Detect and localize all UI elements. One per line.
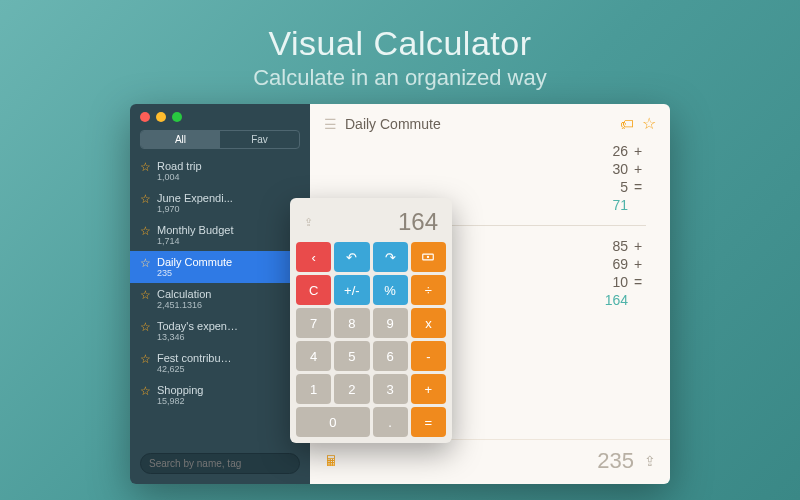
star-icon[interactable]: ☆ <box>140 256 151 270</box>
list-item[interactable]: ☆Fest contribu…42,625 <box>130 347 310 379</box>
tape-row: 26+ <box>450 143 646 159</box>
tape-row: 69+ <box>450 256 646 272</box>
key-1[interactable]: 1 <box>296 374 331 404</box>
key-dot[interactable]: . <box>373 407 408 437</box>
list-item[interactable]: ☆Daily Commute235 <box>130 251 310 283</box>
list-item-name: June Expendi... <box>157 192 300 204</box>
tape-number: 69 <box>588 256 628 272</box>
equals-button[interactable]: = <box>411 407 446 437</box>
hero-subtitle: Calculate in an organized way <box>0 65 800 91</box>
calculator-popout[interactable]: ⇪ 164 ‹ ↶ ↷ C +/- % ÷ 7 8 9 x 4 5 6 - 1 … <box>290 198 452 443</box>
cash-button[interactable] <box>411 242 446 272</box>
cash-icon <box>421 250 435 264</box>
tape-row: 5= <box>450 179 646 195</box>
tape-number: 30 <box>588 161 628 177</box>
back-button[interactable]: ‹ <box>296 242 331 272</box>
document-icon: ☰ <box>324 116 337 132</box>
list-item-value: 1,970 <box>157 204 300 214</box>
tape-operator: + <box>634 238 646 254</box>
key-0[interactable]: 0 <box>296 407 370 437</box>
list-item-value: 15,982 <box>157 396 300 406</box>
key-3[interactable]: 3 <box>373 374 408 404</box>
tape-operator: + <box>634 256 646 272</box>
page-title: Daily Commute <box>345 116 612 132</box>
list-item-name: Fest contribu… <box>157 352 300 364</box>
document-list: ☆Road trip1,004 ☆June Expendi...1,970 ☆M… <box>130 155 310 447</box>
list-item[interactable]: ☆June Expendi...1,970 <box>130 187 310 219</box>
segmented-control: All Fav <box>140 130 300 149</box>
redo-button[interactable]: ↷ <box>373 242 408 272</box>
star-icon[interactable]: ☆ <box>140 192 151 206</box>
minimize-icon[interactable] <box>156 112 166 122</box>
keypad: ‹ ↶ ↷ C +/- % ÷ 7 8 9 x 4 5 6 - 1 2 3 + … <box>296 242 446 437</box>
svg-point-1 <box>427 256 429 258</box>
tape-row: 10= <box>450 274 646 290</box>
star-icon[interactable]: ☆ <box>140 352 151 366</box>
list-item-value: 1,004 <box>157 172 300 182</box>
tape-number: 26 <box>588 143 628 159</box>
list-item-name: Shopping <box>157 384 300 396</box>
search-container <box>140 453 300 474</box>
key-2[interactable]: 2 <box>334 374 369 404</box>
tape-number: 10 <box>588 274 628 290</box>
list-item-name: Today's expen… <box>157 320 300 332</box>
list-item[interactable]: ☆Today's expen…13,346 <box>130 315 310 347</box>
star-icon[interactable]: ☆ <box>140 224 151 238</box>
list-item-value: 1,714 <box>157 236 300 246</box>
tag-icon[interactable]: 🏷 <box>620 116 634 132</box>
search-input[interactable] <box>140 453 300 474</box>
sign-button[interactable]: +/- <box>334 275 369 305</box>
tape-operator: + <box>634 161 646 177</box>
tape-row: 30+ <box>450 161 646 177</box>
display-value: 164 <box>398 208 438 235</box>
list-item[interactable]: ☆Calculation2,451.1316 <box>130 283 310 315</box>
tab-all[interactable]: All <box>141 131 220 148</box>
share-icon[interactable]: ⇪ <box>644 453 656 469</box>
multiply-button[interactable]: x <box>411 308 446 338</box>
key-9[interactable]: 9 <box>373 308 408 338</box>
tab-fav[interactable]: Fav <box>220 131 299 148</box>
list-item-value: 13,346 <box>157 332 300 342</box>
key-7[interactable]: 7 <box>296 308 331 338</box>
list-item[interactable]: ☆Road trip1,004 <box>130 155 310 187</box>
divide-button[interactable]: ÷ <box>411 275 446 305</box>
tape-number: 5 <box>588 179 628 195</box>
clear-button[interactable]: C <box>296 275 331 305</box>
favorite-icon[interactable]: ☆ <box>642 114 656 133</box>
tape-result: 164 <box>450 292 646 308</box>
close-icon[interactable] <box>140 112 150 122</box>
list-item-name: Monthly Budget <box>157 224 300 236</box>
hero-title: Visual Calculator <box>0 24 800 63</box>
window-controls <box>130 104 310 126</box>
percent-button[interactable]: % <box>373 275 408 305</box>
footer: 🖩 235 ⇪ <box>310 439 670 484</box>
star-icon[interactable]: ☆ <box>140 320 151 334</box>
star-icon[interactable]: ☆ <box>140 288 151 302</box>
tape-result-value: 164 <box>588 292 628 308</box>
sidebar: All Fav ☆Road trip1,004 ☆June Expendi...… <box>130 104 310 484</box>
tape-operator <box>634 292 646 308</box>
list-item-name: Calculation <box>157 288 300 300</box>
star-icon[interactable]: ☆ <box>140 160 151 174</box>
list-item-name: Road trip <box>157 160 300 172</box>
calculator-icon[interactable]: 🖩 <box>324 453 338 469</box>
list-item-value: 235 <box>157 268 300 278</box>
subtract-button[interactable]: - <box>411 341 446 371</box>
tape-operator <box>634 197 646 213</box>
undo-button[interactable]: ↶ <box>334 242 369 272</box>
tape-row: 85+ <box>450 238 646 254</box>
add-button[interactable]: + <box>411 374 446 404</box>
list-item[interactable]: ☆Monthly Budget1,714 <box>130 219 310 251</box>
list-item[interactable]: ☆Shopping15,982 <box>130 379 310 411</box>
titlebar: ☰ Daily Commute 🏷 ☆ <box>310 104 670 143</box>
key-4[interactable]: 4 <box>296 341 331 371</box>
key-8[interactable]: 8 <box>334 308 369 338</box>
share-icon[interactable]: ⇪ <box>304 216 313 229</box>
key-6[interactable]: 6 <box>373 341 408 371</box>
calculator-display: ⇪ 164 <box>296 204 446 242</box>
tape-number: 85 <box>588 238 628 254</box>
zoom-icon[interactable] <box>172 112 182 122</box>
tape-result-value: 71 <box>588 197 628 213</box>
key-5[interactable]: 5 <box>334 341 369 371</box>
star-icon[interactable]: ☆ <box>140 384 151 398</box>
